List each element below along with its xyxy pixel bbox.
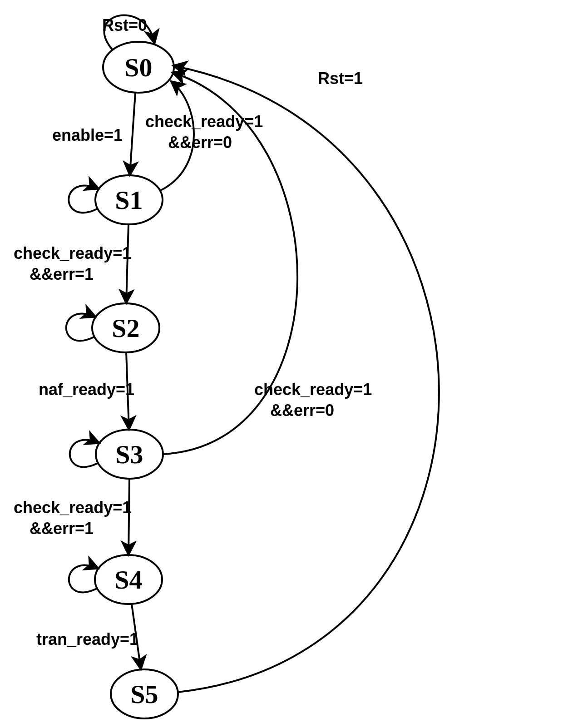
- state-s3-label: S3: [115, 440, 143, 469]
- state-s1-label: S1: [115, 185, 143, 215]
- state-diagram: S0 S1 S2 S3 S4 S5 Rst=0 enable=1 check_r…: [0, 0, 563, 728]
- edge-s0-s1: [130, 93, 135, 174]
- edge-s5-s0: [174, 66, 439, 692]
- label-s2-s3: naf_ready=1: [39, 380, 134, 399]
- label-s4-s5: tran_ready=1: [36, 630, 138, 649]
- edge-s3-self: [70, 440, 99, 467]
- label-s1-s0-b: &&err=0: [168, 133, 232, 152]
- label-s0-s1: enable=1: [52, 126, 123, 144]
- edge-s1-self: [69, 186, 98, 213]
- label-s1-s0-a: check_ready=1: [145, 112, 263, 131]
- state-s0-label: S0: [124, 53, 152, 82]
- edge-s2-self: [66, 314, 95, 341]
- state-s5-label: S5: [130, 679, 158, 709]
- label-s0-self: Rst=0: [102, 16, 147, 35]
- label-s3-s0-a: check_ready=1: [254, 380, 372, 399]
- label-s5-s0: Rst=1: [318, 69, 363, 88]
- label-s1-s2-b: &&err=1: [30, 265, 94, 283]
- state-s4-label: S4: [114, 565, 142, 594]
- label-s3-s4-b: &&err=1: [30, 519, 94, 538]
- edge-s4-self: [69, 565, 98, 593]
- label-s3-s0-b: &&err=0: [270, 401, 334, 420]
- label-s1-s2-a: check_ready=1: [14, 244, 131, 262]
- label-s3-s4-a: check_ready=1: [14, 498, 131, 517]
- state-s2-label: S2: [112, 313, 139, 343]
- edge-s1-s2: [126, 224, 128, 302]
